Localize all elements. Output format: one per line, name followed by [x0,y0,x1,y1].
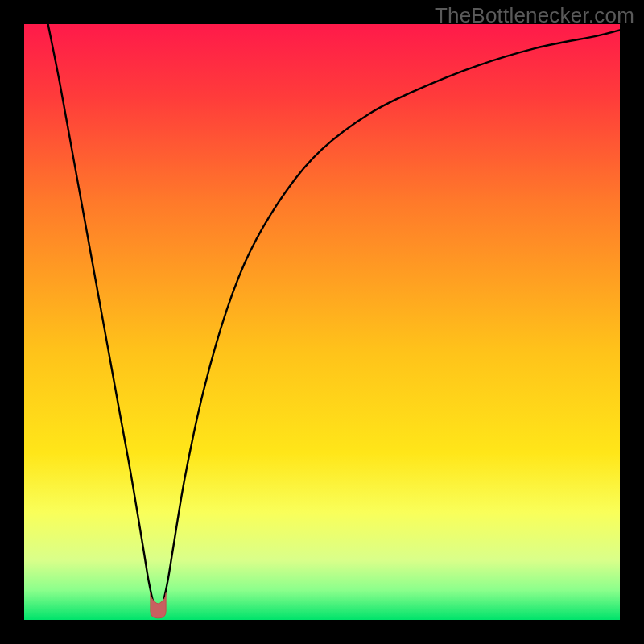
chart-frame: TheBottlenecker.com [0,0,644,644]
bottleneck-curve [48,24,620,611]
plot-area [24,24,620,620]
curve-layer [24,24,620,620]
